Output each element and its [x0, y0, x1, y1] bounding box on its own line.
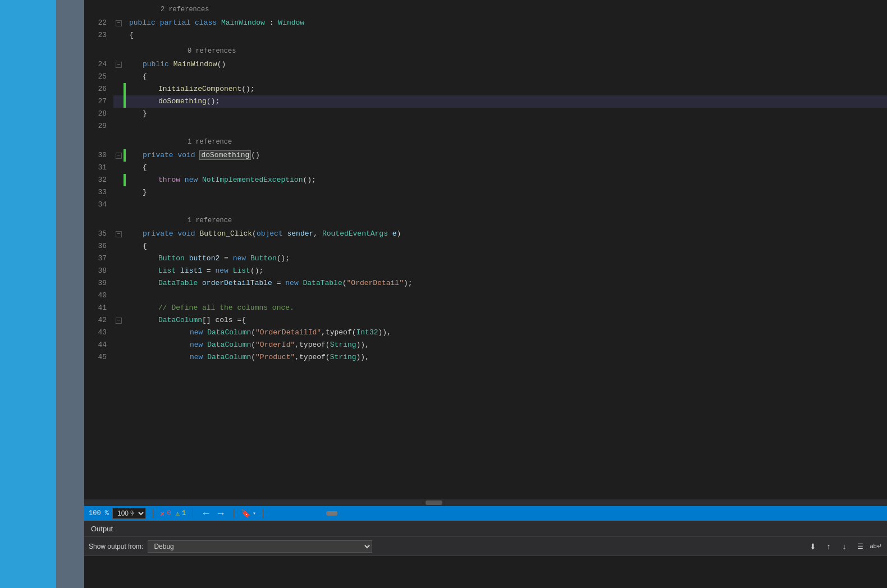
separator: [234, 509, 234, 518]
left-sidebar: [0, 0, 84, 588]
list-item: 34: [84, 199, 887, 211]
code-table: 2 references 22 − public partial class M…: [84, 0, 887, 364]
scroll-to-end-button[interactable]: ⬇: [806, 540, 820, 553]
navigation-controls: ← →: [200, 508, 227, 520]
output-content: [84, 556, 887, 588]
list-item: 23 {: [84, 29, 887, 42]
list-item: 28 }: [84, 108, 887, 120]
line-number: 22: [84, 17, 113, 29]
show-output-label: Show output from:: [89, 543, 143, 550]
list-item: 1 reference: [84, 132, 887, 149]
list-item: 1 reference: [84, 211, 887, 228]
separator: [263, 509, 263, 518]
list-item: 25 {: [84, 71, 887, 83]
list-item: 24 − public MainWindow(): [84, 58, 887, 71]
reference-count: 1 reference: [127, 132, 887, 149]
warning-number: 1: [182, 509, 186, 517]
zoom-label: 100 %: [89, 509, 109, 517]
list-item: 37 Button button2 = new Button();: [84, 252, 887, 265]
list-item: 31 {: [84, 162, 887, 174]
output-toolbar: Show output from: Debug ⬇ ↑ ↓ ☰ ab↵: [84, 537, 887, 556]
list-item: 2 references: [84, 0, 887, 17]
list-item: 43 new DataColumn("OrderDetailId",typeof…: [84, 327, 887, 339]
error-icon: ✕: [160, 509, 164, 518]
activity-bar: [56, 0, 84, 588]
error-count: ✕ 0: [160, 509, 171, 518]
prev-button[interactable]: ←: [200, 508, 212, 520]
output-header: Output: [84, 521, 887, 537]
code-area[interactable]: 2 references 22 − public partial class M…: [84, 0, 887, 499]
error-number: 0: [167, 509, 171, 517]
list-item: 33 }: [84, 186, 887, 199]
list-item: 42 − DataColumn[] cols ={: [84, 314, 887, 327]
list-item: 22 − public partial class MainWindow : W…: [84, 17, 887, 29]
warning-icon: ⚠: [176, 509, 180, 518]
list-item: 30 − private void doSomething(): [84, 149, 887, 162]
separator: [153, 509, 153, 518]
list-item: 45 new DataColumn("Product",typeof(Strin…: [84, 351, 887, 364]
bookmark-icon[interactable]: 🔖: [241, 509, 250, 518]
list-item: 36 {: [84, 240, 887, 252]
code-line: public partial class MainWindow : Window: [127, 17, 887, 29]
output-source-select[interactable]: Debug: [148, 540, 372, 553]
output-toolbar-icons: ⬇ ↑ ↓ ☰ ab↵: [806, 540, 883, 553]
word-wrap-button[interactable]: ab↵: [869, 540, 883, 553]
list-item: 40: [84, 290, 887, 302]
editor-container: 2 references 22 − public partial class M…: [84, 0, 887, 588]
list-item: 0 references: [84, 42, 887, 58]
change-indicator: [124, 17, 127, 29]
list-item: 26 InitializeComponent();: [84, 83, 887, 95]
scrollbar-area: [270, 511, 883, 516]
list-item: 41 // Define all the columns once.: [84, 302, 887, 314]
list-item: 39 DataTable orderDetailTable = new Data…: [84, 277, 887, 290]
list-item: 38 List list1 = new List();: [84, 265, 887, 277]
list-item: 32 throw new NotImplementedException();: [84, 174, 887, 186]
zoom-control: 100 % 100 %: [89, 508, 146, 519]
separator: [193, 509, 193, 518]
next-button[interactable]: →: [214, 508, 227, 520]
scroll-up-button[interactable]: ↑: [822, 540, 835, 553]
status-bar: 100 % 100 % ✕ 0 ⚠ 1 ← → 🔖: [84, 506, 887, 521]
collapse-button[interactable]: −: [113, 17, 124, 29]
warning-count: ⚠ 1: [176, 509, 186, 518]
list-item: 44 new DataColumn("OrderId",typeof(Strin…: [84, 339, 887, 351]
list-item: 29: [84, 120, 887, 132]
output-title: Output: [91, 525, 113, 533]
zoom-dropdown[interactable]: 100 %: [112, 508, 146, 519]
dropdown-arrow[interactable]: ▾: [253, 510, 256, 517]
reference-count: 0 references: [127, 42, 887, 58]
reference-count: 2 references: [127, 0, 887, 17]
scroll-down-button[interactable]: ↓: [838, 540, 851, 553]
list-item: 35 − private void Button_Click(object se…: [84, 228, 887, 240]
reference-count: 1 reference: [127, 211, 887, 228]
output-panel: Output Show output from: Debug ⬇ ↑ ↓ ☰ a…: [84, 521, 887, 588]
clear-output-button[interactable]: ☰: [853, 540, 867, 553]
main-area: 2 references 22 − public partial class M…: [0, 0, 887, 588]
bookmark-control: 🔖 ▾: [241, 509, 256, 518]
list-item: 27 doSomething();: [84, 95, 887, 108]
